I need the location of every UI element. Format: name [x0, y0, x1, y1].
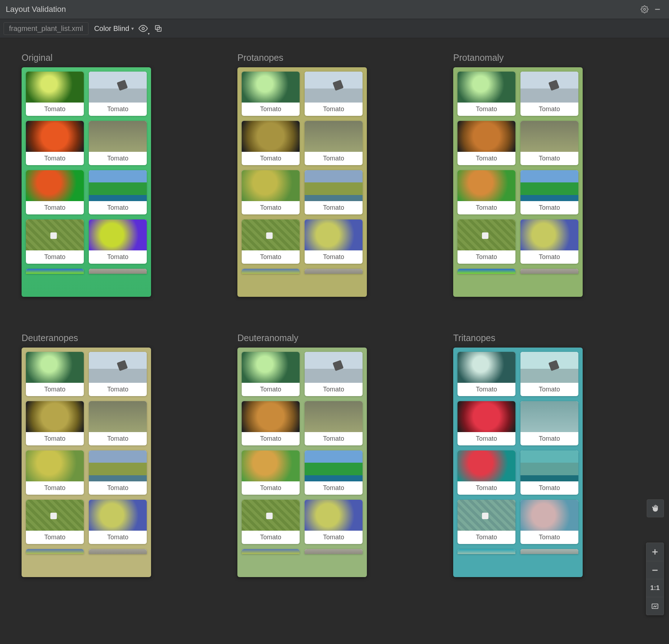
list-item[interactable]: Tomato: [26, 450, 84, 495]
copy-icon[interactable]: [153, 23, 164, 34]
list-item[interactable]: Tomato: [242, 450, 300, 495]
list-item[interactable]: Tomato: [305, 219, 363, 264]
list-item[interactable]: [458, 269, 515, 274]
panel-title-bar: Layout Validation: [0, 0, 669, 19]
list-item[interactable]: Tomato: [89, 170, 147, 214]
list-item[interactable]: Tomato: [89, 352, 147, 396]
gear-icon[interactable]: [639, 4, 650, 15]
list-item[interactable]: Tomato: [26, 401, 84, 445]
list-item[interactable]: Tomato: [520, 401, 578, 445]
card-caption: Tomato: [89, 250, 147, 264]
card-caption: Tomato: [242, 383, 300, 396]
list-item[interactable]: Tomato: [26, 72, 84, 116]
list-item[interactable]: Tomato: [26, 219, 84, 264]
device-preview[interactable]: Tomato Tomato Tomato Tomato Tomato Tomat…: [453, 67, 583, 297]
list-item[interactable]: Tomato: [458, 170, 515, 214]
list-item[interactable]: Tomato: [242, 352, 300, 396]
list-item[interactable]: [458, 549, 515, 554]
list-item[interactable]: [242, 549, 300, 554]
list-item[interactable]: Tomato: [458, 219, 515, 264]
list-item[interactable]: Tomato: [26, 170, 84, 214]
card-caption: Tomato: [458, 103, 515, 116]
list-item[interactable]: Tomato: [305, 72, 363, 116]
list-item[interactable]: Tomato: [305, 352, 363, 396]
list-item[interactable]: Tomato: [520, 450, 578, 495]
list-item[interactable]: [520, 269, 578, 274]
mode-dropdown[interactable]: Color Blind ▾: [94, 24, 134, 33]
list-item[interactable]: Tomato: [458, 121, 515, 165]
list-item[interactable]: Tomato: [89, 500, 147, 544]
list-item[interactable]: Tomato: [458, 401, 515, 445]
visibility-icon[interactable]: ▾: [137, 23, 149, 34]
file-tab[interactable]: fragment_plant_list.xml: [4, 22, 88, 35]
device-preview[interactable]: Tomato Tomato Tomato Tomato Tomato Tomat…: [237, 67, 367, 297]
zoom-in-button[interactable]: [646, 543, 664, 561]
list-item[interactable]: Tomato: [89, 401, 147, 445]
list-item[interactable]: Tomato: [26, 352, 84, 396]
preview-group-label: Deuteranopes: [22, 333, 151, 343]
list-item[interactable]: Tomato: [89, 219, 147, 264]
list-item[interactable]: Tomato: [26, 500, 84, 544]
list-item[interactable]: Tomato: [242, 170, 300, 214]
list-item[interactable]: [89, 269, 147, 274]
list-item[interactable]: Tomato: [458, 352, 515, 396]
zoom-actual-button[interactable]: 1:1: [646, 579, 664, 597]
list-item[interactable]: Tomato: [458, 72, 515, 116]
list-item[interactable]: Tomato: [26, 121, 84, 165]
list-item[interactable]: [26, 269, 84, 274]
card-image: [305, 269, 363, 274]
card-caption: Tomato: [305, 481, 363, 495]
preview-canvas[interactable]: Original Tomato Tomato Tomato Tomato Tom…: [0, 38, 669, 644]
preview-group: Tritanopes Tomato Tomato Tomato Tomato T…: [453, 333, 583, 577]
list-item[interactable]: Tomato: [520, 500, 578, 544]
zoom-out-button[interactable]: [646, 561, 664, 579]
card-caption: Tomato: [520, 103, 578, 116]
card-image: [242, 121, 300, 152]
list-item[interactable]: Tomato: [242, 72, 300, 116]
file-tab-label: fragment_plant_list.xml: [9, 24, 83, 32]
device-preview[interactable]: Tomato Tomato Tomato Tomato Tomato Tomat…: [237, 348, 367, 577]
list-item[interactable]: Tomato: [520, 170, 578, 214]
list-item[interactable]: Tomato: [520, 352, 578, 396]
list-item[interactable]: Tomato: [89, 72, 147, 116]
list-item[interactable]: Tomato: [305, 121, 363, 165]
card-caption: Tomato: [305, 201, 363, 214]
card-image: [520, 269, 578, 274]
list-item[interactable]: Tomato: [89, 121, 147, 165]
preview-group-label: Deuteranomaly: [237, 333, 367, 343]
device-preview[interactable]: Tomato Tomato Tomato Tomato Tomato Tomat…: [453, 348, 583, 577]
list-item[interactable]: Tomato: [305, 450, 363, 495]
list-item[interactable]: Tomato: [305, 170, 363, 214]
list-item[interactable]: Tomato: [89, 450, 147, 495]
list-item[interactable]: Tomato: [305, 401, 363, 445]
card-image: [520, 219, 578, 250]
list-item[interactable]: [305, 269, 363, 274]
list-item[interactable]: [242, 269, 300, 274]
list-item[interactable]: [26, 549, 84, 554]
list-item[interactable]: Tomato: [520, 219, 578, 264]
card-caption: Tomato: [305, 250, 363, 264]
pan-tool-button[interactable]: [647, 499, 664, 517]
list-item[interactable]: Tomato: [242, 500, 300, 544]
list-item[interactable]: [89, 549, 147, 554]
list-item[interactable]: Tomato: [458, 450, 515, 495]
card-image: [26, 549, 84, 554]
list-item[interactable]: Tomato: [458, 500, 515, 544]
list-item[interactable]: Tomato: [520, 121, 578, 165]
list-item[interactable]: [305, 549, 363, 554]
list-item[interactable]: Tomato: [242, 121, 300, 165]
card-image: [305, 219, 363, 250]
minimize-icon[interactable]: [652, 4, 663, 15]
list-item[interactable]: [520, 549, 578, 554]
card-image: [89, 72, 147, 103]
list-item[interactable]: Tomato: [305, 500, 363, 544]
panel-title: Layout Validation: [6, 5, 66, 14]
card-caption: Tomato: [89, 481, 147, 495]
list-item[interactable]: Tomato: [242, 401, 300, 445]
list-item[interactable]: Tomato: [242, 219, 300, 264]
list-item[interactable]: Tomato: [520, 72, 578, 116]
zoom-fit-button[interactable]: [646, 597, 664, 615]
device-preview[interactable]: Tomato Tomato Tomato Tomato Tomato Tomat…: [22, 348, 151, 577]
card-image: [520, 500, 578, 531]
device-preview[interactable]: Tomato Tomato Tomato Tomato Tomato Tomat…: [22, 67, 151, 297]
